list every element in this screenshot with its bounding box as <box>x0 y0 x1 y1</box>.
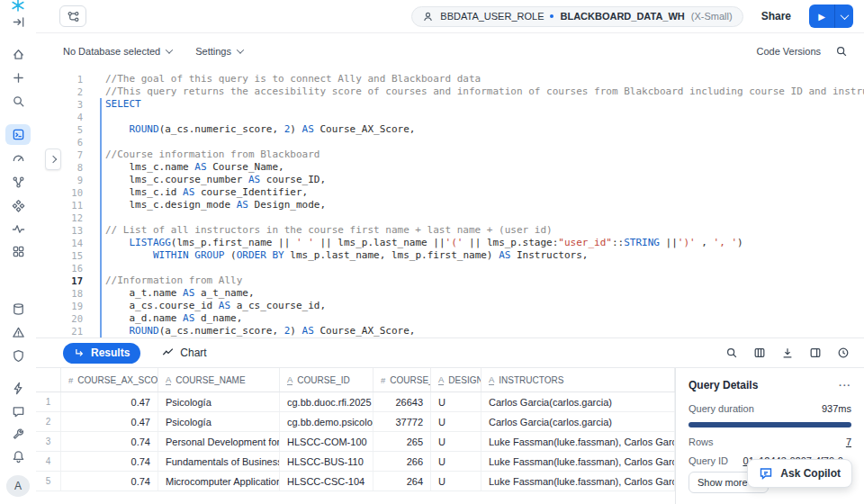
marketplace-icon[interactable] <box>5 195 31 215</box>
cell[interactable]: Luke Fassman(luke.fassman), Carlos Garci… <box>482 472 675 490</box>
cell[interactable]: Luke Fassman(luke.fassman), Carlos Garci… <box>482 432 675 451</box>
context-selector[interactable]: BBDATA_USER_ROLE BLACKBOARD_DATA_WH (X-S… <box>411 6 742 27</box>
code-line[interactable]: 14 LISTAGG(lms_p.first_name || ' ' || lm… <box>36 237 864 249</box>
code-line[interactable]: 9 lms_c.course_number AS course_ID, <box>36 174 864 186</box>
code-line[interactable]: 20 a_d.name AS d_name, <box>36 312 864 325</box>
cell[interactable]: Carlos Garcia(carlos.garcia) <box>482 412 675 431</box>
run-button[interactable]: ▶ <box>809 4 835 28</box>
results-search-icon[interactable] <box>725 346 738 359</box>
table-row[interactable]: 10.47Psicologíacg.bb.duoc.rfi.202526643U… <box>36 392 675 412</box>
row-number[interactable]: 1 <box>36 392 61 411</box>
code-line[interactable]: 2//This query returns the accesibility s… <box>36 86 864 98</box>
cell[interactable]: Psicología <box>158 392 280 411</box>
settings-dropdown[interactable]: Settings <box>195 46 243 57</box>
code-versions-link[interactable]: Code Versions <box>756 46 821 57</box>
history-clock-icon[interactable] <box>837 346 850 359</box>
columns-icon[interactable] <box>753 346 766 359</box>
automation-bolt-icon[interactable] <box>5 379 31 399</box>
notifications-bell-icon[interactable] <box>5 446 31 466</box>
column-header[interactable]: AINSTRUCTORS <box>482 368 675 392</box>
tab-chart[interactable]: Chart <box>162 346 206 359</box>
cell[interactable]: HLSCC-COM-100 <box>280 432 374 451</box>
cell[interactable]: 264 <box>374 472 431 490</box>
cell[interactable]: 0.47 <box>61 412 158 431</box>
code-line[interactable]: 4 <box>36 111 864 123</box>
assistant-chat-icon[interactable] <box>5 402 31 422</box>
row-number[interactable]: 3 <box>36 432 61 451</box>
activity-icon[interactable] <box>5 219 31 238</box>
worksheets-icon[interactable] <box>5 124 31 146</box>
run-options-button[interactable] <box>835 4 853 28</box>
table-row[interactable]: 20.47Psicologíacg.bb.demo.psicologia3777… <box>36 412 675 432</box>
code-line[interactable]: 18 a_t.name AS a_t_name, <box>36 287 864 300</box>
home-icon[interactable] <box>5 45 31 65</box>
code-line[interactable]: 3SELECT <box>36 98 864 111</box>
code-line[interactable]: 10 lms_c.id AS course_Identifier, <box>36 186 864 199</box>
column-header[interactable]: ACOURSE_NAME <box>158 368 280 392</box>
code-line[interactable]: 17//Information from Ally <box>36 274 864 287</box>
dashboards-icon[interactable] <box>5 148 31 168</box>
tab-results[interactable]: Results <box>63 343 140 364</box>
code-line[interactable]: 1//The goal of this query is to connect … <box>36 73 864 86</box>
database-selector[interactable]: No Database selected <box>63 46 172 57</box>
alerts-icon[interactable] <box>5 323 31 343</box>
cell[interactable]: U <box>431 412 482 431</box>
code-line[interactable]: 16 <box>36 262 864 274</box>
cell[interactable]: 26643 <box>374 392 431 411</box>
cell[interactable]: 0.74 <box>61 452 158 471</box>
cell[interactable]: HLSCC-CSC-104 <box>280 472 374 490</box>
cell[interactable]: U <box>431 472 482 490</box>
code-line[interactable]: 7//Course information from Blackboard <box>36 148 864 161</box>
cell[interactable]: Fundamentals of Business <box>158 452 280 471</box>
row-number[interactable]: 4 <box>36 452 61 471</box>
table-row[interactable]: 30.74Personal Development for ColHLSCC-C… <box>36 432 675 452</box>
cell[interactable]: U <box>431 392 482 411</box>
cell[interactable]: U <box>431 452 482 471</box>
more-options-icon[interactable]: ··· <box>839 380 851 391</box>
code-line[interactable]: 11 lms_c.design_mode AS Design_mode, <box>36 199 864 212</box>
cell[interactable]: Luke Fassman(luke.fassman), Carlos Garci… <box>482 452 675 471</box>
code-line[interactable]: 6 <box>36 136 864 148</box>
search-icon[interactable] <box>5 92 31 112</box>
code-line[interactable]: 5 ROUND(a_cs.numeric_score, 2) AS Course… <box>36 123 864 136</box>
cell[interactable]: 265 <box>374 432 431 451</box>
cell[interactable]: cg.bb.demo.psicologia <box>280 412 374 431</box>
cell[interactable]: Psicología <box>158 412 280 431</box>
cell[interactable]: cg.bb.duoc.rfi.2025 <box>280 392 374 411</box>
cell[interactable]: Microcomputer Applications <box>158 472 280 490</box>
column-header[interactable]: ACOURSE_ID <box>280 368 374 392</box>
data-lineage-icon[interactable] <box>5 172 31 192</box>
object-panel-expander[interactable] <box>45 148 61 170</box>
create-icon[interactable] <box>5 68 31 88</box>
row-number[interactable]: 5 <box>36 472 61 490</box>
worksheet-flow-icon[interactable] <box>59 5 86 27</box>
cell[interactable]: 0.74 <box>61 472 158 490</box>
cell[interactable]: HLSCC-BUS-110 <box>280 452 374 471</box>
code-line[interactable]: 21 ROUND(a_cs.numeric_score, 2) AS Cours… <box>36 325 864 338</box>
code-line[interactable]: 15 WITHIN GROUP (ORDER BY lms_p.last_nam… <box>36 249 864 262</box>
column-header[interactable]: ADESIGN_ <box>431 368 482 392</box>
cell[interactable]: Personal Development for Col <box>158 432 280 451</box>
cell[interactable]: U <box>431 432 482 451</box>
cell[interactable]: 266 <box>374 452 431 471</box>
tools-wrench-icon[interactable] <box>5 425 31 445</box>
code-line[interactable]: 19 a_cs.course_id AS a_cs_course_id, <box>36 300 864 312</box>
code-line[interactable]: 12 <box>36 212 864 224</box>
rows-value-link[interactable]: 7 <box>846 436 851 447</box>
databases-icon[interactable] <box>5 300 31 320</box>
split-panel-icon[interactable] <box>809 346 822 359</box>
sql-editor[interactable]: 1//The goal of this query is to connect … <box>36 69 864 338</box>
user-avatar[interactable]: A <box>6 475 30 497</box>
governance-shield-icon[interactable] <box>5 346 31 366</box>
cell[interactable]: 0.74 <box>61 432 158 451</box>
cell[interactable]: 0.47 <box>61 392 158 411</box>
ask-copilot-button[interactable]: Ask Copilot <box>747 459 852 488</box>
share-button[interactable]: Share <box>754 6 798 26</box>
cell[interactable]: 37772 <box>374 412 431 431</box>
download-icon[interactable] <box>781 346 794 359</box>
editor-search-icon[interactable] <box>835 45 848 58</box>
table-row[interactable]: 40.74Fundamentals of BusinessHLSCC-BUS-1… <box>36 452 675 472</box>
column-header[interactable]: #COURSE_AX_SCOR <box>61 368 158 392</box>
row-number[interactable]: 2 <box>36 412 61 431</box>
code-line[interactable]: 13// List of all instructors in the cour… <box>36 224 864 237</box>
